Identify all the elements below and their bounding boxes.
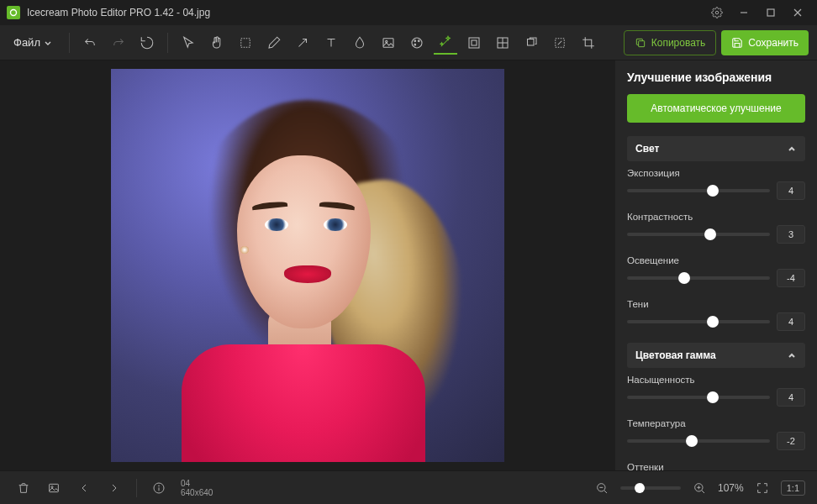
blur-tool[interactable]	[348, 31, 372, 55]
select-tool[interactable]	[234, 31, 257, 55]
saturation-label: Насыщенность	[627, 375, 805, 385]
shadows-slider[interactable]	[627, 320, 770, 323]
exposure-value[interactable]: 4	[777, 181, 805, 200]
lighting-value[interactable]: -4	[777, 269, 805, 287]
prev-image-button[interactable]	[72, 476, 96, 500]
shadows-label: Тени	[627, 299, 805, 309]
photo-preview	[111, 69, 504, 462]
lighting-slider[interactable]	[627, 276, 770, 280]
info-icon[interactable]	[147, 476, 171, 500]
temperature-slider[interactable]	[627, 439, 770, 443]
contrast-row: Контрастность 3	[627, 212, 805, 244]
grid-tool[interactable]	[491, 31, 514, 55]
svg-point-1	[715, 11, 719, 14]
right-panel: Улучшение изображения Автоматическое улу…	[615, 60, 817, 470]
saturation-slider[interactable]	[627, 396, 770, 399]
svg-line-28	[604, 490, 607, 492]
svg-rect-21	[638, 40, 644, 46]
svg-point-12	[418, 39, 419, 41]
next-image-button[interactable]	[103, 476, 126, 500]
chevron-up-icon	[787, 144, 797, 154]
zoom-slider[interactable]	[620, 486, 681, 490]
svg-point-11	[414, 39, 416, 41]
panel-title: Улучшение изображения	[627, 71, 805, 84]
temperature-label: Температура	[627, 418, 805, 428]
svg-rect-15	[472, 40, 477, 45]
svg-point-0	[11, 10, 17, 16]
brush-tool[interactable]	[262, 31, 286, 55]
color-section-header[interactable]: Цветовая гамма	[627, 343, 805, 368]
close-button[interactable]	[785, 3, 810, 23]
copy-button[interactable]: Копировать	[624, 30, 717, 55]
ratio-button[interactable]: 1:1	[781, 480, 805, 496]
auto-enhance-button[interactable]: Автоматическое улучшение	[627, 94, 805, 123]
light-section-header[interactable]: Свет	[627, 136, 805, 161]
undo-button[interactable]	[78, 31, 102, 55]
window-controls	[704, 3, 810, 23]
svg-rect-14	[469, 38, 479, 48]
lighting-label: Освещение	[627, 255, 805, 265]
gallery-button[interactable]	[42, 476, 66, 500]
pointer-tool[interactable]	[177, 31, 200, 55]
reset-button[interactable]	[135, 31, 159, 55]
resize-tool[interactable]	[548, 31, 572, 55]
app-icon	[7, 6, 20, 19]
svg-rect-8	[383, 38, 393, 47]
svg-rect-6	[241, 38, 250, 47]
main-area: Улучшение изображения Автоматическое улу…	[0, 60, 817, 470]
color-section-label: Цветовая гамма	[635, 349, 716, 361]
canvas-area[interactable]	[0, 60, 615, 470]
copy-label: Копировать	[651, 37, 706, 49]
maximize-button[interactable]	[758, 3, 783, 23]
temperature-row: Температура -2	[627, 418, 805, 450]
contrast-value[interactable]: 3	[777, 225, 805, 244]
window-title: Icecream Photo Editor PRO 1.42 - 04.jpg	[27, 7, 704, 18]
tint-row: Оттенки 2	[627, 462, 805, 470]
settings-icon[interactable]	[704, 3, 730, 23]
crop-tool[interactable]	[577, 31, 600, 55]
saturation-value[interactable]: 4	[777, 388, 805, 407]
color-tool[interactable]	[405, 31, 429, 55]
chevron-up-icon	[787, 350, 797, 360]
arrow-tool[interactable]	[291, 31, 314, 55]
fullscreen-button[interactable]	[751, 476, 774, 500]
exposure-slider[interactable]	[627, 189, 770, 192]
contrast-slider[interactable]	[627, 233, 770, 236]
save-button[interactable]: Сохранить	[721, 30, 809, 55]
enhance-tool[interactable]	[434, 31, 457, 55]
shadows-row: Тени 4	[627, 299, 805, 331]
hand-tool[interactable]	[205, 31, 229, 55]
image-tool[interactable]	[377, 31, 400, 55]
svg-point-13	[414, 44, 416, 45]
file-menu-label: Файл	[13, 36, 40, 49]
layers-tool[interactable]	[519, 31, 543, 55]
delete-button[interactable]	[12, 476, 35, 500]
lighting-row: Освещение -4	[627, 255, 805, 287]
svg-line-7	[298, 39, 306, 46]
tint-label: Оттенки	[627, 462, 805, 470]
zoom-out-button[interactable]	[590, 476, 614, 500]
minimize-button[interactable]	[731, 3, 756, 23]
image-meta: 04 640x640	[181, 479, 213, 497]
toolbar: Файл Копировать Сохранить	[0, 25, 817, 60]
contrast-label: Контрастность	[627, 212, 805, 222]
exposure-row: Экспозиция 4	[627, 168, 805, 200]
save-label: Сохранить	[748, 37, 799, 49]
file-menu[interactable]: Файл	[8, 33, 57, 52]
svg-point-26	[159, 485, 160, 486]
titlebar: Icecream Photo Editor PRO 1.42 - 04.jpg	[0, 0, 817, 25]
bottombar: 04 640x640 107% 1:1	[0, 470, 817, 504]
redo-button[interactable]	[107, 31, 130, 55]
svg-point-10	[412, 38, 422, 48]
frame-tool[interactable]	[462, 31, 486, 55]
exposure-label: Экспозиция	[627, 168, 805, 178]
zoom-in-button[interactable]	[688, 476, 711, 500]
svg-rect-19	[527, 39, 534, 45]
temperature-value[interactable]: -2	[777, 432, 805, 450]
light-section-label: Свет	[635, 143, 659, 155]
saturation-row: Насыщенность 4	[627, 375, 805, 407]
divider	[136, 479, 137, 497]
shadows-value[interactable]: 4	[777, 312, 805, 331]
dimensions-text: 640x640	[181, 488, 213, 497]
text-tool[interactable]	[319, 31, 343, 55]
